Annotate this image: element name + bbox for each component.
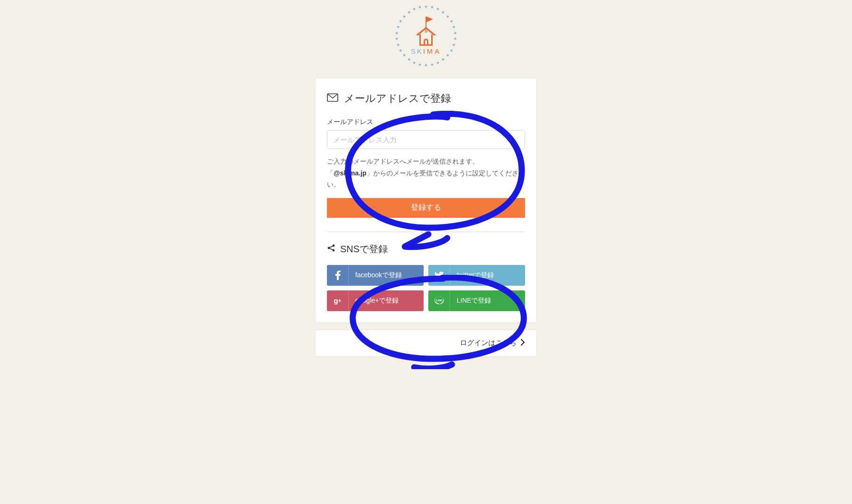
twitter-register-button[interactable]: twitterで登録 [428, 265, 525, 286]
envelope-icon [327, 92, 338, 105]
login-link-text: ログインはこちら [460, 339, 517, 347]
facebook-register-button[interactable]: facebookで登録 [327, 265, 424, 286]
register-button[interactable]: 登録する [327, 198, 525, 218]
line-icon: LINE [428, 290, 450, 311]
sns-register-title: SNSで登録 [327, 243, 525, 256]
registration-card: メールアドレスで登録 メールアドレス ご入力のメールアドレスへメールが送信されま… [315, 78, 537, 323]
login-link-card[interactable]: ログインはこちら [315, 330, 537, 357]
google-plus-register-button[interactable]: g+ google+で登録 [327, 290, 424, 311]
share-icon [327, 244, 335, 255]
email-field-label: メールアドレス [327, 118, 525, 126]
email-register-title-text: メールアドレスで登録 [344, 91, 451, 106]
sns-register-title-text: SNSで登録 [340, 243, 388, 256]
email-register-title: メールアドレスで登録 [327, 91, 525, 106]
facebook-icon [327, 265, 349, 286]
google-plus-icon: g+ [327, 290, 349, 311]
svg-line-4 [330, 246, 333, 248]
flag-icon [426, 17, 426, 28]
brand-logo: ★★★★★★★★★★★★★★★★★★★★★★★★★★★★★★ S SKIMA [394, 4, 458, 67]
svg-line-5 [330, 248, 333, 250]
line-register-button[interactable]: LINE LINEで登録 [428, 290, 525, 311]
or-divider: OR [327, 228, 525, 235]
svg-text:LINE: LINE [436, 299, 443, 302]
email-input[interactable] [327, 130, 525, 149]
email-help-text: ご入力のメールアドレスへメールが送信されます。 「@skima.jp」からのメー… [327, 156, 525, 190]
twitter-icon [428, 265, 450, 286]
house-icon: S [416, 27, 436, 46]
chevron-right-icon [520, 339, 525, 347]
